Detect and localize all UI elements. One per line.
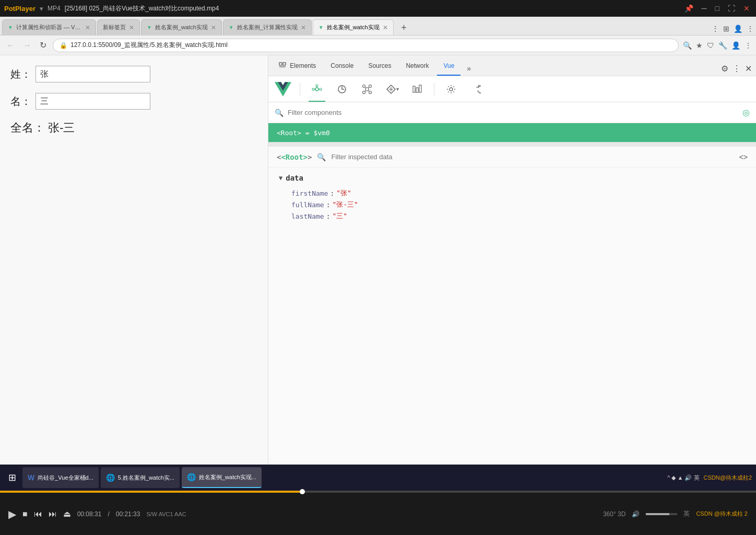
tab-4[interactable]: ▼ 姓名案例_计算属性实现 ✕ bbox=[223, 19, 312, 35]
target-icon[interactable]: ◎ bbox=[742, 108, 750, 117]
tab-2-close[interactable]: ✕ bbox=[129, 24, 134, 31]
svg-point-4 bbox=[312, 88, 314, 90]
stop-button[interactable]: ■ bbox=[22, 509, 28, 519]
network-tab-label: Network bbox=[406, 62, 429, 69]
video-format: MP4 bbox=[48, 5, 61, 12]
back-button[interactable]: ← bbox=[4, 40, 17, 51]
tab-2[interactable]: 新标签页 ✕ bbox=[97, 19, 140, 35]
close-button[interactable]: ✕ bbox=[741, 4, 752, 13]
inspector-root-tag: <<Root>> bbox=[277, 153, 312, 161]
next-button[interactable]: ⏭ bbox=[49, 509, 57, 519]
svg-point-11 bbox=[363, 85, 365, 87]
account-icon[interactable]: 👤 bbox=[731, 41, 740, 50]
title-bar-left: PotPlayer ▾ MP4 [25/168] 025_尚硅谷Vue技术_wa… bbox=[4, 4, 219, 13]
minimize-button[interactable]: ─ bbox=[700, 4, 709, 13]
filter-components-input[interactable] bbox=[288, 109, 738, 116]
tab-4-close[interactable]: ✕ bbox=[301, 24, 306, 31]
profile-button[interactable]: 👤 bbox=[734, 25, 742, 33]
devtools-close-icon[interactable]: ✕ bbox=[745, 64, 752, 74]
tab-3-close[interactable]: ✕ bbox=[211, 24, 216, 31]
taskbar-item-1[interactable]: W 尚硅谷_Vue全家桶d... bbox=[22, 467, 99, 488]
media-speed-info: 360° 3D bbox=[603, 510, 626, 518]
media-codec-info: S/W AVC1 AAC bbox=[146, 511, 186, 517]
tab-sources[interactable]: Sources bbox=[362, 57, 397, 76]
media-lang: 英 bbox=[683, 509, 690, 518]
taskbar-item-3[interactable]: 🌐 姓名案例_watch实现... bbox=[182, 467, 262, 488]
svg-point-22 bbox=[450, 88, 453, 91]
firstname-label: 名： bbox=[10, 94, 31, 109]
forward-button[interactable]: → bbox=[21, 40, 33, 51]
media-progress-bar[interactable] bbox=[0, 491, 756, 493]
eject-button[interactable]: ⏏ bbox=[63, 509, 71, 519]
tab-1-close[interactable]: ✕ bbox=[85, 24, 90, 31]
vue-refresh-button[interactable] bbox=[468, 81, 485, 98]
vue-toolbar: ▾ bbox=[268, 76, 756, 102]
volume-fill bbox=[646, 513, 669, 515]
prev-button[interactable]: ⏮ bbox=[34, 509, 42, 519]
firstname-input[interactable] bbox=[36, 93, 150, 110]
tab-console[interactable]: Console bbox=[324, 57, 360, 76]
tab-5-close[interactable]: ✕ bbox=[383, 24, 388, 31]
vue-settings-button[interactable] bbox=[443, 81, 459, 98]
extensions-button[interactable]: ⊞ bbox=[723, 25, 729, 33]
filter-inspected-input[interactable] bbox=[331, 150, 734, 164]
shield-icon[interactable]: 🛡 bbox=[707, 41, 714, 50]
refresh-button[interactable]: ↻ bbox=[38, 39, 49, 51]
secure-icon: 🔒 bbox=[60, 42, 67, 49]
progress-fill bbox=[0, 491, 302, 493]
title-controls: 📌 ─ □ ⛶ ✕ bbox=[682, 4, 752, 13]
data-section-header[interactable]: ▼ data bbox=[279, 174, 746, 182]
pin-button[interactable]: 📌 bbox=[682, 4, 695, 13]
surname-input[interactable] bbox=[36, 66, 150, 82]
address-input-container[interactable]: 🔒 127.0.0.1:5500/09_监视属性/5.姓名案例_watch实现.… bbox=[53, 39, 679, 52]
tab-menu-button[interactable]: ⋮ bbox=[712, 25, 719, 33]
tab-3[interactable]: ▼ 姓名案例_watch实现 ✕ bbox=[141, 19, 222, 35]
tab-1-favicon: ▼ bbox=[8, 25, 13, 30]
colon-3: : bbox=[326, 212, 330, 220]
root-component-item[interactable]: <Root> = $vm0 bbox=[268, 123, 756, 142]
bookmark-icon[interactable]: ★ bbox=[696, 41, 703, 50]
taskbar-item-2[interactable]: 🌐 5.姓名案例_watch实... bbox=[101, 467, 180, 488]
component-tree: <Root> = $vm0 bbox=[268, 123, 756, 142]
vue-performance-button[interactable] bbox=[409, 81, 426, 98]
console-tab-label: Console bbox=[330, 62, 353, 69]
devtools-more-icon[interactable]: ⋮ bbox=[733, 64, 741, 74]
vue-components-button[interactable] bbox=[309, 81, 325, 98]
colon-2: : bbox=[326, 201, 330, 209]
play-button[interactable]: ▶ bbox=[8, 508, 16, 520]
app-logo[interactable]: PotPlayer bbox=[4, 5, 36, 13]
new-tab-button[interactable]: + bbox=[397, 20, 411, 35]
media-controls: ▶ ■ ⏮ ⏭ ⏏ 00:08:31 / 00:21:33 S/W AVC1 A… bbox=[0, 493, 756, 535]
elements-tab-label: Elements bbox=[279, 62, 316, 70]
extension-icon[interactable]: 🔧 bbox=[718, 41, 727, 50]
firstname-data-value: "张" bbox=[336, 188, 351, 198]
tab-vue[interactable]: Vue bbox=[437, 57, 460, 76]
tab-1[interactable]: ▼ 计算属性和侦听器 — Vue.js ✕ bbox=[2, 19, 96, 35]
vue-tab-label: Vue bbox=[443, 62, 454, 69]
data-row-firstname: firstName : "张" bbox=[279, 187, 746, 199]
tab-network[interactable]: Network bbox=[399, 57, 435, 76]
code-toggle-icon[interactable]: <> bbox=[739, 153, 748, 161]
volume-bar[interactable] bbox=[646, 513, 677, 515]
tab-elements[interactable]: Elements bbox=[273, 57, 322, 76]
start-button[interactable]: ⊞ bbox=[4, 472, 20, 483]
svg-point-5 bbox=[320, 88, 322, 90]
tab-4-favicon: ▼ bbox=[229, 25, 234, 30]
fullscreen-button[interactable]: ⛶ bbox=[726, 4, 737, 13]
devtools-settings-icon[interactable]: ⚙ bbox=[721, 64, 728, 74]
firstname-key: firstName bbox=[291, 189, 328, 197]
vue-timeline-button[interactable] bbox=[334, 81, 350, 98]
zoom-icon[interactable]: 🔍 bbox=[683, 41, 692, 50]
more-tabs-icon[interactable]: » bbox=[463, 64, 475, 76]
tab-5[interactable]: ▼ 姓名案例_watch实现 ✕ bbox=[313, 19, 394, 35]
maximize-button[interactable]: □ bbox=[713, 4, 722, 13]
vue-router-button[interactable]: ▾ bbox=[384, 81, 400, 98]
settings-button[interactable]: ⋮ bbox=[747, 25, 754, 33]
media-time-separator: / bbox=[108, 510, 109, 518]
filter-components-bar: 🔍 ◎ bbox=[268, 102, 756, 123]
media-total-time: 00:21:33 bbox=[116, 510, 140, 518]
vue-vuex-button[interactable] bbox=[359, 81, 375, 98]
vue-logo bbox=[275, 81, 291, 98]
lastname-key: lastName bbox=[291, 212, 324, 220]
more-icon[interactable]: ⋮ bbox=[745, 41, 752, 50]
